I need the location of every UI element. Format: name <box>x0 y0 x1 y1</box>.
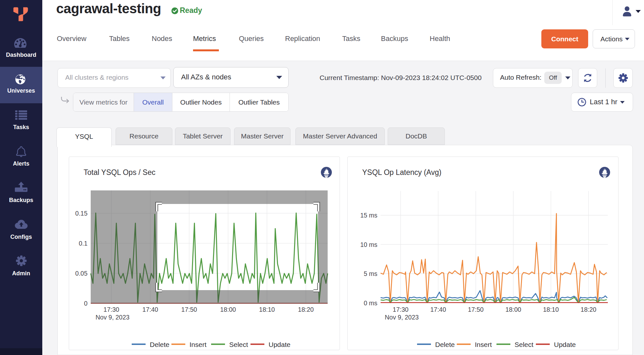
svg-text:0: 0 <box>84 300 87 307</box>
svg-text:17:40: 17:40 <box>142 306 158 313</box>
svg-text:0.15: 0.15 <box>75 210 87 217</box>
svg-text:Update: Update <box>269 341 291 348</box>
svg-text:18:00: 18:00 <box>220 306 236 313</box>
svg-text:Nov 9, 2023: Nov 9, 2023 <box>385 314 419 321</box>
svg-text:17:30: 17:30 <box>104 306 119 313</box>
svg-text:17:50: 17:50 <box>181 306 197 313</box>
svg-text:18:20: 18:20 <box>298 306 314 313</box>
svg-text:15 ms: 15 ms <box>360 212 377 219</box>
svg-text:18:10: 18:10 <box>543 306 559 313</box>
svg-text:Delete: Delete <box>150 341 169 348</box>
svg-text:0 ms: 0 ms <box>364 299 378 307</box>
svg-text:18:00: 18:00 <box>506 306 521 313</box>
svg-text:Select: Select <box>515 341 534 348</box>
svg-text:Insert: Insert <box>475 341 492 348</box>
svg-text:17:40: 17:40 <box>430 306 446 313</box>
svg-text:17:30: 17:30 <box>393 306 409 313</box>
svg-text:10 ms: 10 ms <box>360 241 377 248</box>
svg-text:5 ms: 5 ms <box>364 270 378 277</box>
svg-text:18:10: 18:10 <box>259 306 275 313</box>
svg-text:Insert: Insert <box>189 341 207 348</box>
svg-text:18:20: 18:20 <box>581 306 597 313</box>
svg-text:0.05: 0.05 <box>75 270 87 277</box>
svg-text:17:50: 17:50 <box>468 306 484 313</box>
svg-text:Select: Select <box>229 341 248 348</box>
svg-text:0.1: 0.1 <box>79 240 87 247</box>
svg-text:Update: Update <box>554 341 576 348</box>
svg-text:Delete: Delete <box>435 341 455 348</box>
svg-text:Nov 9, 2023: Nov 9, 2023 <box>96 314 129 321</box>
